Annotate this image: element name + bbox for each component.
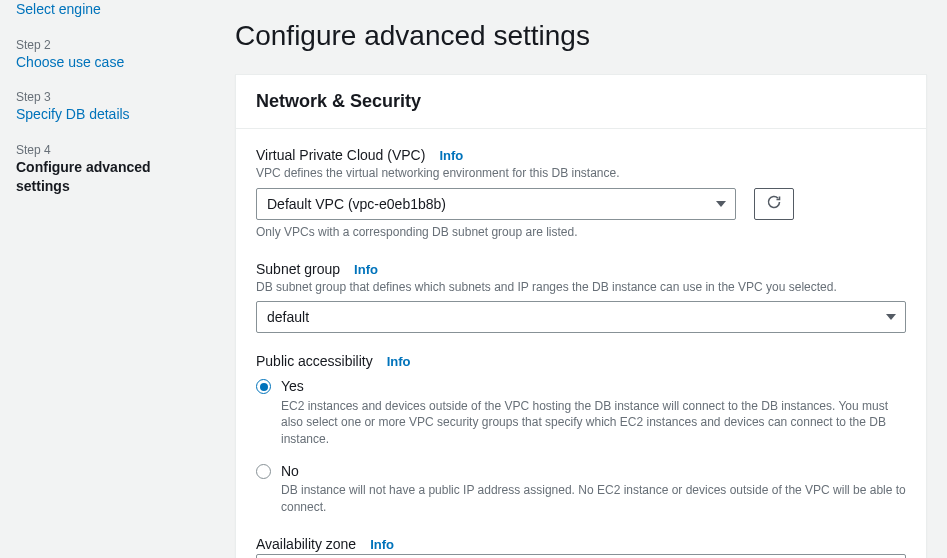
page-title: Configure advanced settings [235, 20, 927, 52]
az-select[interactable]: No preference [256, 554, 906, 558]
step-number: Step 4 [16, 143, 199, 157]
public-no-radio[interactable]: No DB instance will not have a public IP… [256, 462, 906, 516]
step-3[interactable]: Step 3 Specify DB details [16, 90, 199, 125]
step-link-choose-use-case[interactable]: Choose use case [16, 53, 199, 73]
az-field: Availability zone Info No preference [256, 536, 906, 558]
vpc-info-link[interactable]: Info [439, 148, 463, 163]
vpc-select[interactable]: Default VPC (vpc-e0eb1b8b) [256, 188, 736, 220]
public-no-desc: DB instance will not have a public IP ad… [281, 482, 906, 516]
public-no-label: No [281, 462, 906, 480]
az-label: Availability zone [256, 536, 356, 552]
public-info-link[interactable]: Info [387, 354, 411, 369]
public-accessibility-field: Public accessibility Info Yes EC2 instan… [256, 353, 906, 515]
subnet-select[interactable]: default [256, 301, 906, 333]
subnet-label: Subnet group [256, 261, 340, 277]
wizard-sidebar: Select engine Step 2 Choose use case Ste… [0, 0, 215, 558]
vpc-field: Virtual Private Cloud (VPC) Info VPC def… [256, 147, 906, 241]
vpc-refresh-button[interactable] [754, 188, 794, 220]
step-number: Step 2 [16, 38, 199, 52]
vpc-label: Virtual Private Cloud (VPC) [256, 147, 425, 163]
main-content: Configure advanced settings Network & Se… [215, 0, 947, 558]
step-number: Step 3 [16, 90, 199, 104]
public-yes-radio[interactable]: Yes EC2 instances and devices outside of… [256, 377, 906, 448]
network-security-panel: Network & Security Virtual Private Cloud… [235, 74, 927, 558]
panel-header: Network & Security [236, 75, 926, 129]
vpc-description: VPC defines the virtual networking envir… [256, 165, 906, 182]
subnet-info-link[interactable]: Info [354, 262, 378, 277]
radio-icon [256, 464, 271, 479]
public-yes-desc: EC2 instances and devices outside of the… [281, 398, 906, 448]
az-info-link[interactable]: Info [370, 537, 394, 552]
radio-icon [256, 379, 271, 394]
public-label: Public accessibility [256, 353, 373, 369]
step-4: Step 4 Configure advanced settings [16, 143, 199, 197]
step-link-select-engine[interactable]: Select engine [16, 0, 199, 20]
panel-title: Network & Security [256, 91, 906, 112]
refresh-icon [766, 194, 782, 213]
vpc-select-value: Default VPC (vpc-e0eb1b8b) [267, 196, 446, 212]
subnet-description: DB subnet group that defines which subne… [256, 279, 906, 296]
subnet-field: Subnet group Info DB subnet group that d… [256, 261, 906, 334]
subnet-select-value: default [267, 309, 309, 325]
public-yes-label: Yes [281, 377, 906, 395]
step-1[interactable]: Select engine [16, 0, 199, 20]
step-2[interactable]: Step 2 Choose use case [16, 38, 199, 73]
vpc-help: Only VPCs with a corresponding DB subnet… [256, 224, 906, 241]
step-link-specify-db-details[interactable]: Specify DB details [16, 105, 199, 125]
step-active-configure-advanced: Configure advanced settings [16, 158, 199, 197]
